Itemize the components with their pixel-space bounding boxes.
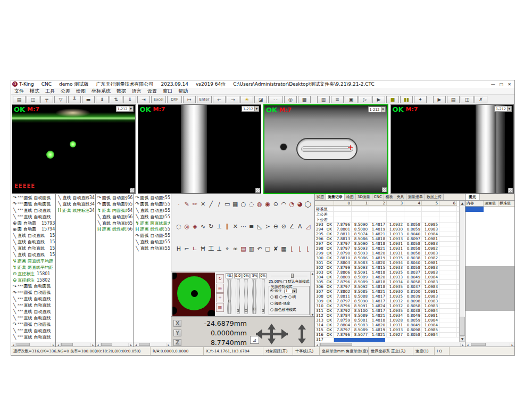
tree-item[interactable]: ╲***直线自动直线 bbox=[11, 302, 55, 309]
tree-item[interactable]: Ħ距离线性标注34 bbox=[56, 208, 95, 214]
tree-item[interactable]: ╲***直线自动直线 bbox=[11, 296, 55, 302]
palette-ring-hatch-icon[interactable]: ◈ bbox=[191, 223, 198, 231]
palette-plumb-icon[interactable]: ⌖ bbox=[223, 245, 231, 253]
slider-track[interactable] bbox=[227, 279, 231, 314]
scroll-right-icon[interactable]: ▸ bbox=[166, 343, 171, 347]
toolbar-excel-export-button[interactable]: Excel bbox=[151, 96, 166, 103]
ring-mode-rings-button[interactable]: ◎ bbox=[216, 284, 224, 293]
table-data-row[interactable]: 297OK7.87978.50901.48181.09310.80581.098… bbox=[315, 242, 459, 246]
tree-item[interactable]: ╲***直线自动直线 bbox=[11, 328, 55, 334]
palette-angle-right-icon[interactable]: ◿ bbox=[304, 223, 312, 231]
resize-grip-icon[interactable] bbox=[255, 188, 260, 193]
level-radio[interactable] bbox=[270, 295, 273, 299]
toolbar-open-program-icon[interactable]: ▣ bbox=[345, 96, 358, 103]
palette-wave-icon[interactable]: ∿ bbox=[200, 223, 207, 231]
master-slider[interactable] bbox=[271, 274, 307, 278]
tree-item[interactable]: ↷圆弧自动圆弧55 bbox=[134, 195, 171, 201]
axis-y-button[interactable]: Y bbox=[173, 330, 181, 336]
table-data-row[interactable]: 295OK7.88118.50741.48211.09330.80401.098… bbox=[315, 232, 459, 237]
scroll-thumb[interactable] bbox=[101, 343, 112, 346]
table-data-row[interactable]: 311OK7.87928.51001.48171.09350.80381.098… bbox=[315, 309, 459, 314]
palette-draw-arc-icon[interactable]: ✏ bbox=[191, 200, 198, 209]
palette-arc-scan-1-icon[interactable]: ◔ bbox=[288, 200, 296, 209]
options-vscrollbar[interactable]: ▲▼ bbox=[310, 272, 314, 316]
scroll-down-icon[interactable]: ▼ bbox=[460, 336, 465, 342]
slider-track[interactable] bbox=[244, 279, 248, 314]
tree-hscrollbar[interactable]: ◂▸ bbox=[11, 342, 55, 347]
resize-grip-icon[interactable] bbox=[130, 188, 135, 193]
palette-ellipse-dashed-icon[interactable]: ◌ bbox=[175, 223, 182, 231]
tree-item[interactable]: ⊕圆自动圆15793 bbox=[11, 220, 55, 227]
table-data-row[interactable]: 315OK7.87978.50891.48191.09330.80981.098… bbox=[315, 328, 459, 333]
toolbar-nav-left-icon[interactable]: ← bbox=[213, 96, 226, 103]
palette-perpendicular-icon[interactable]: ⊥ bbox=[215, 223, 223, 231]
scroll-right-icon[interactable]: ▸ bbox=[460, 343, 465, 347]
table-data-row[interactable]: 298OK7.87978.50931.48211.09310.80581.098… bbox=[315, 246, 459, 251]
joystick-arrows-icon[interactable] bbox=[250, 323, 311, 345]
palette-text-label-icon[interactable]: A bbox=[296, 223, 304, 231]
tab-5[interactable]: CNC bbox=[372, 194, 384, 200]
magnification-dropdown[interactable]: 1-212▼ bbox=[368, 106, 386, 112]
palette-intersection-icon[interactable]: ✕ bbox=[231, 223, 239, 231]
tree-item[interactable]: ╲直线自动直线34 bbox=[56, 201, 95, 208]
palette-cross-point-icon[interactable]: ✕ bbox=[200, 200, 207, 209]
toolbar-block-tool-icon[interactable]: ▬ bbox=[82, 96, 95, 103]
tree-item[interactable]: ╲直线自动直线55 bbox=[134, 214, 171, 220]
toolbar-drop-tool-icon[interactable]: ⇓ bbox=[123, 96, 136, 103]
scroll-thumb[interactable] bbox=[460, 317, 465, 336]
scroll-thumb[interactable] bbox=[139, 343, 150, 346]
scroll-thumb[interactable] bbox=[320, 343, 352, 346]
toolbar-updown-tool-icon[interactable]: ⇅ bbox=[110, 96, 122, 103]
toolbar-caliper-tool-icon[interactable]: ╨ bbox=[68, 96, 81, 103]
scroll-left-icon[interactable]: ◂ bbox=[11, 343, 16, 347]
table-data-row[interactable]: 300OK7.88108.50861.48191.09350.80381.098… bbox=[315, 256, 459, 261]
table-data-row[interactable]: 304OK7.88098.50891.48201.09330.80491.098… bbox=[315, 275, 459, 280]
table-data-row[interactable]: 316OK7.87968.50771.48211.09270.80581.098… bbox=[315, 333, 459, 337]
light-ring-view[interactable] bbox=[172, 273, 215, 316]
toolbar-run-once-icon[interactable]: ▷ bbox=[359, 96, 371, 103]
camera-view-3[interactable]: OK M:7 1-212▼ bbox=[263, 104, 388, 194]
menu-item-8[interactable]: 语言 bbox=[132, 88, 142, 95]
level-radio[interactable] bbox=[279, 295, 282, 299]
tree-item[interactable]: ⊖直径标注15801 bbox=[11, 271, 55, 277]
toolbar-image-view-icon[interactable]: ◪ bbox=[254, 96, 267, 103]
toolbar-pattern-icon[interactable]: ▩ bbox=[298, 96, 311, 103]
table-fixed-row[interactable]: 上公差 bbox=[315, 212, 459, 217]
save-radio[interactable] bbox=[270, 289, 273, 292]
scroll-thumb[interactable] bbox=[16, 343, 30, 346]
menu-item-7[interactable]: 数据 bbox=[117, 88, 126, 95]
menu-item-1[interactable]: 文件 bbox=[14, 88, 24, 95]
palette-circle-center-icon[interactable]: ⊙ bbox=[272, 200, 279, 209]
tree-item[interactable]: ↷***圆弧自动圆弧 bbox=[11, 195, 55, 201]
magnification-dropdown[interactable]: 1-212▼ bbox=[116, 106, 134, 112]
palette-distance-h-icon[interactable]: H bbox=[175, 245, 182, 253]
toolbar-open-icon[interactable]: ◫ bbox=[27, 96, 39, 103]
tree-item[interactable]: ↷圆弧自动圆弧55 bbox=[134, 233, 171, 239]
tree-item[interactable]: ↷圆弧自动圆弧66 bbox=[96, 195, 134, 201]
table-data-row[interactable]: 309OK7.87978.50901.48171.09320.80981.098… bbox=[315, 299, 459, 304]
table-data-row[interactable]: 306OK7.87978.50921.48181.09350.80371.098… bbox=[315, 285, 459, 290]
tab-elements[interactable]: 图元 bbox=[466, 194, 480, 200]
palette-select-rect-icon[interactable]: ▢ bbox=[264, 245, 271, 253]
palette-grid-rect-icon[interactable]: ▦ bbox=[231, 200, 239, 209]
toolbar-stop-icon[interactable]: ■ bbox=[386, 96, 399, 103]
palette-circle-icon[interactable]: ○ bbox=[240, 200, 247, 209]
tree-item[interactable]: ↷***圆弧自动圆弧 bbox=[11, 201, 55, 208]
palette-arc-icon[interactable]: ◠ bbox=[280, 200, 287, 209]
palette-ring-target-icon[interactable]: ◎ bbox=[183, 223, 190, 231]
table-data-row[interactable]: 314OK7.88048.50831.48201.09310.80491.098… bbox=[315, 323, 459, 328]
palette-grid-calc-icon[interactable]: ▦ bbox=[280, 245, 287, 253]
palette-arc-scan-2-icon[interactable]: ◕ bbox=[296, 200, 304, 209]
slider-thumb[interactable] bbox=[237, 309, 239, 312]
tab-2[interactable]: 测量记录 bbox=[326, 194, 345, 200]
tree-hscrollbar[interactable]: ◂▸ bbox=[134, 342, 171, 347]
palette-draw-line-icon[interactable]: ✎ bbox=[183, 200, 190, 209]
scroll-right-icon[interactable]: ▸ bbox=[128, 343, 133, 347]
mode-radio[interactable] bbox=[270, 308, 273, 311]
tab-8[interactable]: 测量报单 bbox=[406, 194, 425, 200]
palette-link-icon[interactable]: ∞ bbox=[231, 245, 239, 253]
table-data-row[interactable]: 293OK7.87968.50901.48171.09320.80581.098… bbox=[315, 223, 459, 227]
tree-item[interactable]: ╲***直线自动直线 bbox=[11, 309, 55, 315]
palette-point-icon[interactable]: · bbox=[175, 200, 182, 209]
table-data-row[interactable]: 310OK7.87968.50911.48241.09320.80581.098… bbox=[315, 304, 459, 309]
